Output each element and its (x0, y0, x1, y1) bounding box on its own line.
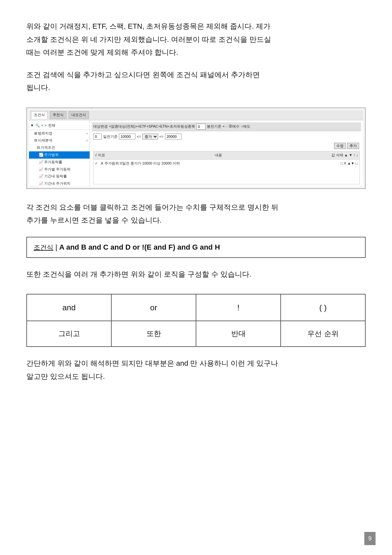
paragraph-2-text: 조건 검색에 식을 추가하고 싶으시다면 왼쪽에 조건식 패널에서 추가하면 (26, 71, 260, 79)
ss-table-header: √ 지표 내용 값 삭제 ▲ ▼ ↑ ↓ (94, 151, 359, 160)
formula-box: 조건식 | A and B and C and D or !(E and F) … (26, 237, 366, 258)
minus-btn[interactable]: - (226, 123, 227, 130)
tab-my-conditions[interactable]: 내조건식 (69, 111, 89, 119)
col-content: 내용 (215, 152, 222, 159)
paragraph-1b-text: 소개할 조건식은 위 네 가지만 제외했습니다. 여러분이 따로 조건식을 만드… (26, 35, 271, 44)
formula-content: A and B and C and D or !(E and F) and G … (59, 241, 220, 254)
ss-table-row-1: ✓ A 주가범위:0일전 종가가 10000 이상 20000 이하 □ X ▲… (94, 160, 359, 168)
op-and: and (27, 294, 111, 321)
minus-icon2: ⊟ (37, 144, 40, 151)
ss-sidebar: ▼ 🔍 < > 전체 ⊞ 범위지정 › ⊟ 시세분석 › ⊟ 가격조건 📈 (29, 120, 90, 186)
lte1: <= (137, 134, 141, 140)
meaning-or: 또한 (111, 321, 196, 347)
arrow-right: › (86, 130, 88, 137)
tab-recommended[interactable]: 추천식 (50, 111, 67, 119)
paragraph-1-text: 위와 같이 거래정지, ETF, 스팩, ETN, 초저유동성종목은 제외해 줍… (26, 22, 270, 30)
meaning-paren: 우선 순위 (281, 321, 365, 347)
paragraph-4: 또한 조건식을 여러 개 추가하면 위와 같이 로직을 구성할 수 있습니다. (26, 268, 366, 281)
chart-icon: 📈 (39, 152, 43, 158)
ss-action-row: 수정 추가 (92, 142, 361, 150)
paragraph-2b-text: 됩니다. (26, 83, 50, 92)
logic-table-meanings-row: 그리고 또한 반대 우선 순위 (27, 321, 365, 347)
logic-table-operators-row: and or ! ( ) (27, 294, 365, 321)
plus-btn[interactable]: + (223, 123, 225, 130)
max-price-input[interactable] (165, 134, 182, 139)
paragraph-5b-text: 알고만 있으셔도 됩니다. (26, 372, 105, 381)
meaning-not: 반대 (196, 321, 281, 347)
col-actions: 값 삭제 ▲ ▼ ↑ ↓ (331, 152, 358, 159)
days-input[interactable] (93, 134, 102, 139)
candle-unit: 봉전기준 (207, 123, 221, 130)
target-value: <업종대상(전체)><ETF+SPAC+ETN+초저유동성종목 (109, 123, 195, 130)
search-icon: ▼ (30, 122, 34, 129)
sidebar-item-period-change[interactable]: 📈 기간내 등락률 (29, 173, 90, 180)
nav-left[interactable]: < (41, 122, 43, 129)
ss-row2: 일전기준 <= 종가 <= (92, 133, 361, 141)
sidebar-item-price-range[interactable]: 📈 주가범위 (29, 151, 90, 159)
radio-sell[interactable]: ○매도 (241, 123, 250, 130)
chart-icon5: 📈 (39, 180, 43, 186)
min-price-input[interactable] (119, 134, 135, 139)
paragraph-3-text: 각 조건의 요소를 더블 클릭하고 조건에 들어가는 수치를 구체적으로 명시한… (26, 203, 278, 211)
paragraph-2: 조건 검색에 식을 추가하고 싶으시다면 왼쪽에 조건식 패널에서 추가하면 됩… (26, 68, 366, 94)
lte2: <= (159, 134, 164, 140)
ss-main-panel: 대상변경 <업종대상(전체)><ETF+SPAC+ETN+초저유동성종목 봉전기… (90, 120, 363, 186)
ss-top-bar: 대상변경 <업종대상(전체)><ETF+SPAC+ETN+초저유동성종목 봉전기… (92, 122, 361, 131)
row-check[interactable]: ✓ (95, 160, 99, 167)
op-or: or (111, 294, 196, 321)
add-button[interactable]: 추가 (347, 143, 359, 149)
ss-tab-bar: 조건식 추천식 내조건식 (29, 110, 363, 120)
paragraph-3b-text: 추가를 누르시면 조건을 넣을 수 있습니다. (26, 216, 162, 224)
delete-btn[interactable]: □ X ▲▼↑↓ (341, 160, 358, 167)
logic-table: and or ! ( ) 그리고 또한 반대 우선 순위 (26, 294, 366, 347)
chart-icon2: 📈 (39, 159, 43, 166)
page-number: 9 (364, 532, 376, 545)
sidebar-item-market[interactable]: ⊟ 시세분석 › (29, 137, 90, 144)
paragraph-5-text: 간단하게 위와 같이 해석하면 되지만 대부분은 and 만 사용하니 이런 게… (26, 359, 278, 367)
paragraph-1: 위와 같이 거래정지, ETF, 스팩, ETN, 초저유동성종목은 제외해 줍… (26, 20, 366, 59)
target-label: 대상변경 (93, 123, 108, 130)
tab-conditions[interactable]: 조건식 (31, 111, 48, 119)
op-paren: ( ) (281, 294, 365, 321)
sidebar-item-period-pos[interactable]: 📈 기간내 주가위치 (29, 180, 90, 186)
sidebar-item-range[interactable]: ⊞ 범위지정 › (29, 130, 90, 137)
price-type-select[interactable]: 종가 (142, 134, 158, 139)
sidebar-item-price-change[interactable]: 📈 주가등락률 (29, 159, 90, 166)
radio-buy[interactable]: ⦿매수 (229, 123, 239, 130)
all-button[interactable]: 전체 (48, 122, 55, 129)
chart-icon4: 📈 (39, 173, 43, 180)
plus-icon: ⊞ (34, 130, 37, 137)
paragraph-5: 간단하게 위와 같이 해석하면 되지만 대부분은 and 만 사용하니 이런 게… (26, 357, 366, 383)
paragraph-4-text: 또한 조건식을 여러 개 추가하면 위와 같이 로직을 구성할 수 있습니다. (26, 270, 251, 278)
candle-input[interactable] (196, 124, 206, 130)
paragraph-1c-text: 때는 여러분 조건에 맞게 제외해 주셔야 합니다. (26, 48, 178, 56)
sidebar-item-price-by[interactable]: 📈 주가별 주가등락 (29, 166, 90, 173)
search-input-icon: 🔍 (35, 122, 40, 129)
op-not: ! (196, 294, 281, 321)
days-unit: 일전기준 (103, 134, 118, 140)
row-content: 주가범위:0일전 종가가 10000 이상 20000 이하 (104, 160, 339, 167)
edit-button[interactable]: 수정 (334, 143, 346, 149)
paragraph-3: 각 조건의 요소를 더블 클릭하고 조건에 들어가는 수치를 구체적으로 명시한… (26, 201, 366, 227)
arrow-right2: › (86, 137, 88, 144)
ss-body: ▼ 🔍 < > 전체 ⊞ 범위지정 › ⊟ 시세분석 › ⊟ 가격조건 📈 (29, 120, 363, 186)
row-letter: A (101, 160, 103, 167)
formula-separator: | (55, 241, 57, 254)
formula-label: 조건식 (34, 241, 53, 253)
nav-right[interactable]: > (44, 122, 46, 129)
chart-icon3: 📈 (39, 166, 43, 173)
sidebar-item-price-cond[interactable]: ⊟ 가격조건 (29, 144, 90, 151)
minus-icon: ⊟ (34, 137, 37, 144)
ss-sidebar-toolbar: ▼ 🔍 < > 전체 (29, 122, 90, 130)
meaning-and: 그리고 (27, 321, 111, 347)
screenshot-panel: 조건식 추천식 내조건식 ▼ 🔍 < > 전체 ⊞ 범위지정 › ⊟ 시세분석 … (26, 108, 366, 189)
col-check: √ 지표 (95, 152, 105, 159)
ss-table-area: √ 지표 내용 값 삭제 ▲ ▼ ↑ ↓ ✓ A 주가범위:0일전 종가가 10… (93, 151, 360, 184)
